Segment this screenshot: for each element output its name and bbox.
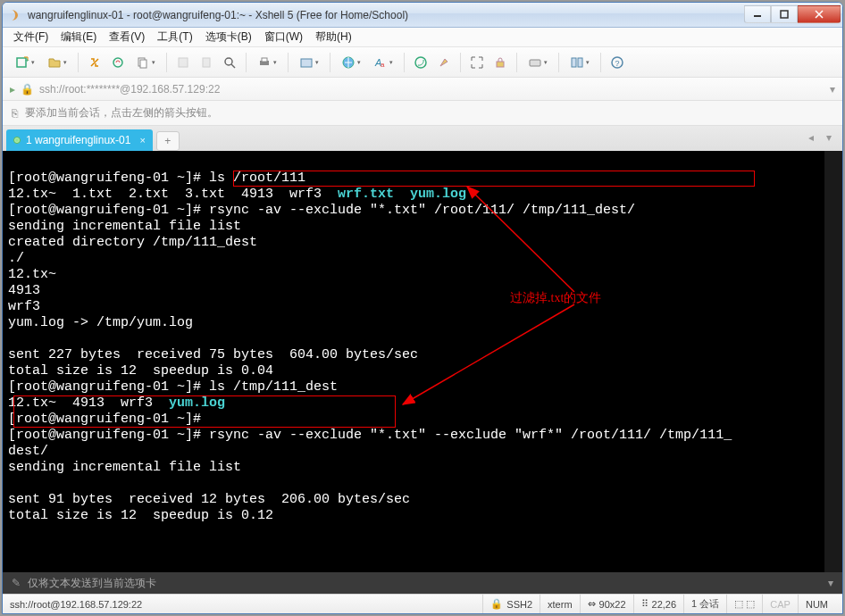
send-dropdown-icon[interactable]: ▾ (828, 577, 833, 589)
hint-add-icon[interactable]: ⎘ (12, 107, 18, 120)
svg-rect-11 (262, 58, 267, 62)
search-button[interactable] (219, 52, 240, 73)
svg-rect-20 (578, 58, 582, 67)
minimize-button[interactable] (744, 5, 771, 23)
scrollbar[interactable] (824, 151, 842, 572)
fullscreen-button[interactable] (466, 52, 488, 73)
connection-url[interactable]: ssh://root:********@192.168.57.129:22 (39, 83, 824, 96)
window-controls (744, 7, 841, 23)
layout-button[interactable] (565, 52, 595, 73)
status-network-icon: ⬚ ⬚ (726, 595, 762, 613)
hint-bar: ⎘ 要添加当前会话，点击左侧的箭头按钮。 (3, 101, 842, 126)
menu-tabs[interactable]: 选项卡(B) (205, 29, 252, 45)
open-session-button[interactable] (42, 52, 72, 73)
send-text[interactable]: 仅将文本发送到当前选项卡 (28, 576, 156, 591)
status-position: ⠿22,26 (633, 595, 684, 613)
annotation-box-1 (233, 171, 755, 187)
script-button[interactable] (336, 52, 366, 73)
menu-edit[interactable]: 编辑(E) (61, 29, 96, 45)
app-icon (8, 8, 22, 22)
svg-point-16 (415, 57, 426, 68)
tab-close-icon[interactable]: × (139, 135, 145, 146)
font-button[interactable]: Aa (368, 52, 398, 73)
titlebar: wangruifenglinux-01 - root@wangruifeng-0… (3, 3, 842, 28)
address-bar: ▸ 🔒 ssh://root:********@192.168.57.129:2… (3, 78, 842, 101)
svg-rect-17 (497, 62, 504, 67)
paste-button[interactable] (172, 52, 194, 73)
svg-point-4 (113, 58, 122, 67)
status-protocol: 🔒SSH2 (482, 595, 540, 613)
app-window: wangruifenglinux-01 - root@wangruifeng-0… (2, 2, 843, 614)
disconnect-button[interactable] (107, 52, 129, 73)
status-bar: ssh://root@192.168.57.129:22 🔒SSH2 xterm… (3, 594, 842, 613)
status-num: NUM (798, 595, 835, 613)
svg-rect-1 (781, 11, 788, 18)
annotation-text: 过滤掉.txt的文件 (510, 290, 601, 306)
window-title: wangruifenglinux-01 - root@wangruifeng-0… (28, 9, 744, 21)
hint-text: 要添加当前会话，点击左侧的箭头按钮。 (25, 105, 218, 121)
menu-file[interactable]: 文件(F) (13, 29, 48, 45)
svg-rect-18 (530, 60, 540, 66)
clipboard-button[interactable] (196, 52, 217, 73)
menu-view[interactable]: 查看(V) (109, 29, 145, 45)
reconnect-button[interactable] (84, 52, 105, 73)
help-button[interactable]: ? (607, 52, 628, 73)
svg-rect-8 (203, 58, 210, 67)
lock-button[interactable] (489, 52, 511, 73)
print-button[interactable] (252, 52, 282, 73)
highlight-button[interactable] (433, 52, 455, 73)
status-terminal: xterm (540, 595, 580, 613)
close-button[interactable] (798, 5, 841, 23)
svg-line-24 (403, 304, 574, 404)
svg-rect-7 (179, 58, 188, 67)
terminal[interactable]: [root@wangruifeng-01 ~]# ls /root/111 12… (3, 151, 842, 572)
lock-icon: 🔒 (21, 83, 34, 96)
connection-status-icon (13, 137, 21, 144)
copy-button[interactable] (130, 52, 161, 73)
status-sessions: 1 会话 (683, 595, 726, 613)
menu-tools[interactable]: 工具(T) (157, 29, 192, 45)
tab-session-1[interactable]: 1 wangruifenglinux-01 × (6, 129, 153, 151)
menu-window[interactable]: 窗口(W) (264, 29, 303, 45)
encoding-button[interactable] (410, 52, 431, 73)
menu-help[interactable]: 帮助(H) (315, 29, 352, 45)
status-connection: ssh://root@192.168.57.129:22 (10, 599, 142, 610)
tab-prev-icon[interactable]: ◂ (803, 129, 819, 146)
tab-bar: 1 wangruifenglinux-01 × + ◂ ▾ (3, 126, 842, 151)
properties-button[interactable] (294, 52, 324, 73)
tab-next-icon[interactable]: ▾ (821, 129, 837, 146)
svg-rect-19 (572, 58, 576, 67)
new-tab-button[interactable]: + (156, 131, 180, 151)
menubar: 文件(F) 编辑(E) 查看(V) 工具(T) 选项卡(B) 窗口(W) 帮助(… (3, 28, 842, 47)
status-caps: CAP (762, 595, 798, 613)
svg-rect-12 (301, 59, 312, 67)
send-icon[interactable]: ✎ (12, 577, 21, 589)
svg-text:+: + (25, 56, 29, 64)
toolbar: + Aa ? (3, 47, 842, 78)
keyboard-button[interactable] (523, 52, 553, 73)
send-bar: ✎ 仅将文本发送到当前选项卡 ▾ (3, 572, 842, 594)
dropdown-icon[interactable]: ▾ (830, 83, 835, 96)
svg-rect-0 (754, 15, 761, 17)
svg-point-9 (225, 58, 232, 65)
new-session-button[interactable]: + (10, 52, 40, 73)
status-size: ⇔90x22 (580, 595, 633, 613)
svg-text:a: a (381, 61, 385, 69)
tab-label: 1 wangruifenglinux-01 (26, 134, 130, 146)
maximize-button[interactable] (771, 5, 798, 23)
svg-text:?: ? (615, 59, 620, 68)
svg-rect-6 (140, 60, 146, 68)
arrow-icon[interactable]: ▸ (10, 83, 15, 96)
